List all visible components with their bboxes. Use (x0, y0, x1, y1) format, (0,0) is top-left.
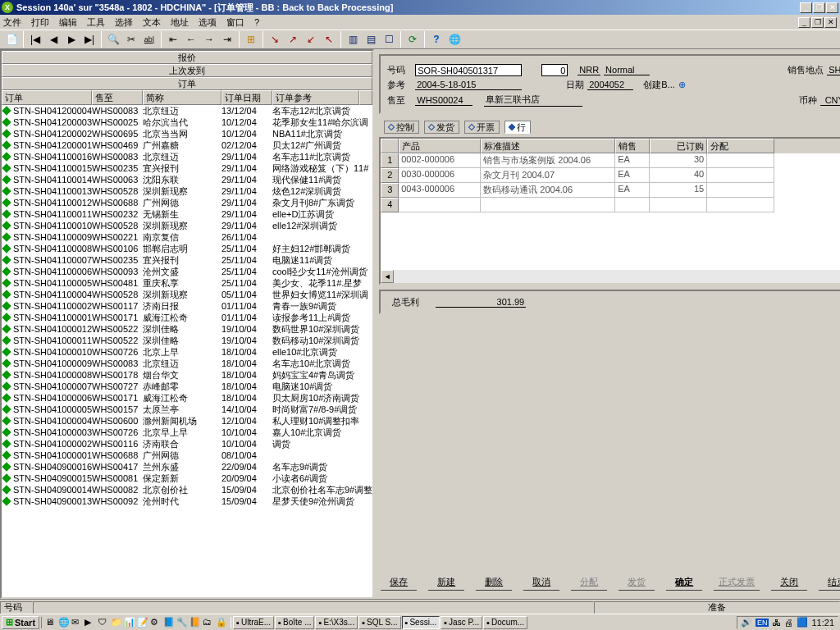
grid-row[interactable]: 10002-000006销售与市场案例版 2004.06EA30 (381, 153, 840, 168)
grid-col-product[interactable]: 产品 (399, 139, 481, 153)
toolbar-nav4-icon[interactable]: ⇥ (219, 31, 235, 48)
ql-icon-6[interactable]: 📁 (111, 617, 122, 628)
tab-invoice[interactable]: 开票 (464, 121, 500, 134)
toolbar-tree-icon[interactable]: ⊞ (243, 31, 259, 48)
toolbar-refresh-icon[interactable]: ⟳ (404, 31, 421, 48)
toolbar-help-icon[interactable]: ? (428, 31, 445, 48)
btn-end[interactable]: 结束 (819, 576, 840, 591)
tray-net-icon[interactable]: 🖧 (772, 618, 781, 628)
tab-control[interactable]: 控制 (384, 121, 419, 134)
tab-ship[interactable]: 发货 (424, 121, 459, 134)
toolbar-globe-icon[interactable]: 🌐 (446, 31, 463, 48)
toolbar-nav3-icon[interactable]: → (201, 31, 217, 48)
input-code[interactable] (415, 64, 522, 76)
btn-save[interactable]: 保存 (381, 576, 417, 591)
mdi-minimize-button[interactable]: _ (798, 17, 810, 28)
table-row[interactable]: STN-SH041000009WHS00083北京纽迈18/10/04名车志10… (2, 358, 372, 369)
col-soldto[interactable]: 售至 (92, 90, 143, 105)
ql-icon-9[interactable]: ⚙ (150, 617, 162, 628)
orders-list[interactable]: STN-SH041200004WHS00083北京纽迈13/12/04名车志12… (2, 105, 372, 597)
taskbar-task[interactable]: ▪Sessi... (402, 616, 441, 629)
input-zero[interactable] (541, 64, 568, 76)
ql-icon-13[interactable]: 🗂 (203, 617, 214, 628)
left-header-last[interactable]: 上次发到 (2, 64, 372, 77)
table-row[interactable]: STN-SH041200001WHS00469广州嘉糖02/12/04贝太12#… (2, 139, 372, 151)
btn-alloc[interactable]: 分配 (571, 576, 607, 591)
grid-col-alloc[interactable]: 分配 (707, 139, 774, 153)
taskbar-task[interactable]: ▪Boîte ... (275, 616, 314, 629)
table-row[interactable]: STN-SH041100009WHS00221南京复信26/11/04 (2, 231, 372, 243)
toolbar-win3-icon[interactable]: ☐ (381, 31, 397, 48)
menu-help[interactable]: ? (254, 17, 259, 27)
ql-icon-14[interactable]: 🔒 (216, 617, 227, 628)
toolbar-nav1-icon[interactable]: ⇤ (165, 31, 181, 48)
menu-text[interactable]: 文本 (143, 16, 161, 29)
table-row[interactable]: STN-SH041200003WHS00025哈尔滨当代10/12/04花季那女… (2, 116, 372, 128)
ql-icon-5[interactable]: 🛡 (98, 617, 109, 628)
ql-icon-10[interactable]: 📘 (163, 617, 175, 628)
table-row[interactable]: STN-SH041000012WHS00522深圳佳略19/10/04数码世界1… (2, 323, 372, 335)
btn-cancel[interactable]: 取消 (523, 576, 559, 591)
taskbar-task[interactable]: ▪E:\X3s... (315, 616, 358, 629)
btn-invoice[interactable]: 正式发票 (714, 576, 760, 591)
grid-hscroll[interactable]: ◄► (381, 270, 840, 283)
toolbar-prev-icon[interactable]: ◀ (45, 31, 62, 48)
toolbar-win2-icon[interactable]: ▤ (363, 31, 379, 48)
taskbar-task[interactable]: ▪UltraE... (233, 616, 274, 629)
menu-edit[interactable]: 编辑 (59, 16, 77, 29)
table-row[interactable]: STN-SH041100013WHS00528深圳新现察29/11/04炫色12… (2, 185, 372, 197)
toolbar-win1-icon[interactable]: ▥ (345, 31, 361, 48)
btn-close[interactable]: 关闭 (771, 576, 807, 591)
toolbar-next-icon[interactable]: ▶ (63, 31, 80, 48)
btn-delete[interactable]: 删除 (476, 576, 512, 591)
table-row[interactable]: STN-SH041000001WHS00688广州网德08/10/04 (2, 450, 372, 461)
grid-row[interactable]: 4 (381, 198, 840, 212)
toolbar-ab-icon[interactable]: ab| (141, 31, 158, 48)
toolbar-last-icon[interactable]: ▶| (81, 31, 98, 48)
grid-col-unit[interactable]: 销售 (615, 139, 650, 153)
toolbar-go4-icon[interactable]: ↖ (321, 31, 337, 48)
ql-icon-1[interactable]: 🖥 (45, 617, 57, 628)
tray-app-icon[interactable]: 🟦 (797, 617, 808, 628)
table-row[interactable]: STN-SH041100010WHS00528深圳新现察29/11/04elle… (2, 220, 372, 231)
table-row[interactable]: STN-SH041000010WHS00726北京上早18/10/04elle1… (2, 346, 372, 358)
toolbar-nav2-icon[interactable]: ← (183, 31, 199, 48)
table-row[interactable]: STN-SH041100012WHS00688广州网德29/11/04杂文月刊8… (2, 197, 372, 208)
table-row[interactable]: STN-SH041100001WHS00171威海江松奇01/11/04读报参考… (2, 312, 372, 323)
toolbar-go1-icon[interactable]: ↘ (267, 31, 283, 48)
menu-tools[interactable]: 工具 (87, 16, 105, 29)
menu-file[interactable]: 文件 (3, 16, 21, 29)
table-row[interactable]: STN-SH041100005WHS00481重庆私享25/11/04美少女、花… (2, 277, 372, 289)
toolbar-first-icon[interactable]: |◀ (27, 31, 43, 48)
create-icon[interactable]: ⊕ (678, 80, 686, 90)
table-row[interactable]: STN-SH041100011WHS00232无锡新生29/11/04elle+… (2, 208, 372, 220)
table-row[interactable]: STN-SH041100014WHS00063沈阳东联29/11/04现代保健1… (2, 174, 372, 185)
table-row[interactable]: STN-SH041100002WHS00117济南日报01/11/04青春一族9… (2, 300, 372, 312)
tray-sound-icon[interactable]: 🔊 (741, 617, 752, 628)
table-row[interactable]: STN-SH040900014WHS00082北京创价社15/09/04北京创价… (2, 484, 372, 495)
tray-lang[interactable]: EN (756, 619, 769, 627)
left-header-orders[interactable]: 订单 (2, 77, 372, 90)
grid-col-qty[interactable]: 已订购 (650, 139, 707, 153)
table-row[interactable]: STN-SH041100015WHS00235宜兴报刊29/11/04网络游戏秘… (2, 162, 372, 174)
table-row[interactable]: STN-SH041100016WHS00083北京纽迈29/11/04名车志11… (2, 151, 372, 162)
btn-ship[interactable]: 发货 (619, 576, 655, 591)
table-row[interactable]: STN-SH041100006WHS00093沧州文盛25/11/04cool轻… (2, 266, 372, 277)
table-row[interactable]: STN-SH040900016WHS00417兰州东盛22/09/04名车志9#… (2, 461, 372, 472)
table-row[interactable]: STN-SH041000005WHS00157太原兰亭14/10/04时尚财富7… (2, 404, 372, 415)
toolbar-go3-icon[interactable]: ↙ (303, 31, 319, 48)
maximize-button[interactable]: ❐ (813, 2, 825, 13)
toolbar-go2-icon[interactable]: ↗ (285, 31, 301, 48)
mdi-maximize-button[interactable]: ❐ (811, 17, 824, 28)
taskbar-task[interactable]: ▪Docum... (483, 616, 527, 629)
table-row[interactable]: STN-SH041000007WHS00727赤峰邮零18/10/04电脑迷10… (2, 381, 372, 392)
taskbar-task[interactable]: ▪Jasc P... (441, 616, 482, 629)
taskbar-task[interactable]: ▪SQL S... (358, 616, 400, 629)
table-row[interactable]: STN-SH041100004WHS00528深圳新现察05/11/04世界妇女… (2, 289, 372, 300)
btn-new[interactable]: 新建 (428, 576, 464, 591)
ql-icon-3[interactable]: ✉ (71, 617, 83, 628)
tray-printer-icon[interactable]: 🖨 (784, 618, 793, 628)
toolbar-search-icon[interactable]: 🔍 (105, 31, 121, 48)
menu-select[interactable]: 选择 (115, 16, 133, 29)
mdi-close-button[interactable]: ✕ (824, 17, 837, 28)
